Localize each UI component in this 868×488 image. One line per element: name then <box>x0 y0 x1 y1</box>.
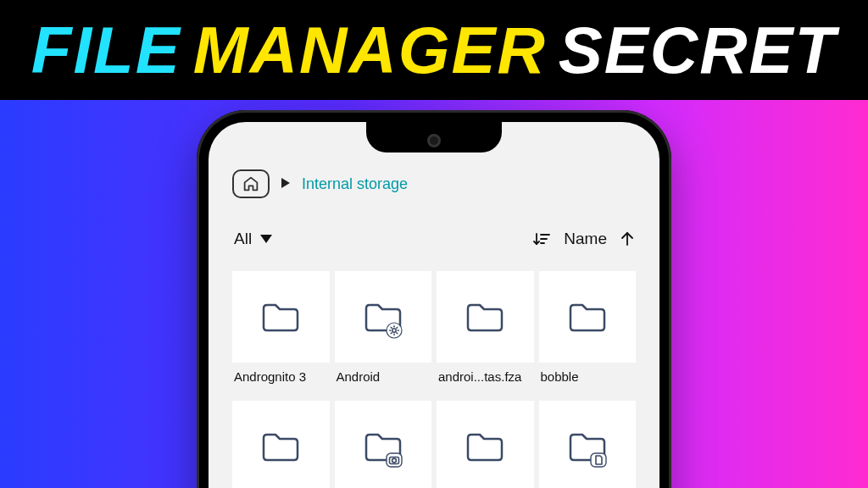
breadcrumb-current[interactable]: Internal storage <box>302 175 408 193</box>
folder-item[interactable]: Documents <box>539 401 637 488</box>
folder-icon <box>539 401 637 488</box>
folder-item[interactable]: Android <box>335 271 432 396</box>
phone-screen: Internal storage All <box>209 122 659 488</box>
folder-label: bobble <box>539 363 637 396</box>
folder-label: Android <box>335 363 432 396</box>
filter-label: All <box>234 230 252 248</box>
doc-badge-icon <box>590 452 607 469</box>
camera-badge-icon <box>386 452 403 469</box>
home-icon[interactable] <box>232 169 270 198</box>
filter-dropdown[interactable]: All <box>234 230 272 248</box>
headline-word-3: SECRET <box>559 17 837 83</box>
folder-icon <box>335 401 432 488</box>
breadcrumb[interactable]: Internal storage <box>232 169 636 198</box>
phone-notch <box>366 122 502 152</box>
svg-marker-0 <box>281 178 290 188</box>
folder-item[interactable]: Call <box>232 401 330 488</box>
folder-item[interactable]: DCIM <box>335 401 432 488</box>
folder-icon <box>437 401 534 488</box>
folder-item[interactable]: androi...tas.fza <box>437 271 534 396</box>
phone-frame: Internal storage All <box>197 110 671 488</box>
headline-banner: FILE MANAGER SECRET <box>0 0 868 100</box>
svg-marker-1 <box>260 235 272 243</box>
headline-word-2: MANAGER <box>193 17 547 83</box>
folder-icon <box>232 401 330 488</box>
breadcrumb-separator-icon <box>281 177 290 191</box>
headline-word-1: FILE <box>31 17 181 83</box>
folder-item[interactable]: bobble <box>539 271 637 396</box>
sort-direction-up-icon[interactable] <box>620 231 634 247</box>
sort-icon[interactable] <box>533 231 550 247</box>
svg-point-6 <box>392 329 396 332</box>
chevron-down-icon <box>260 235 272 243</box>
folder-label: androi...tas.fza <box>437 363 534 396</box>
folder-icon <box>437 271 534 363</box>
front-camera <box>427 134 441 147</box>
sort-field-label[interactable]: Name <box>564 230 607 248</box>
folder-item[interactable]: Andrognito 3 <box>232 271 330 396</box>
folder-grid: Andrognito 3Androidandroi...tas.fzabobbl… <box>232 271 636 488</box>
folder-icon <box>232 271 330 363</box>
folder-icon <box>539 271 637 363</box>
folder-item[interactable]: DELTA <box>437 401 534 488</box>
folder-label: Andrognito 3 <box>232 363 330 396</box>
gear-badge-icon <box>386 322 403 339</box>
folder-icon <box>335 271 432 363</box>
